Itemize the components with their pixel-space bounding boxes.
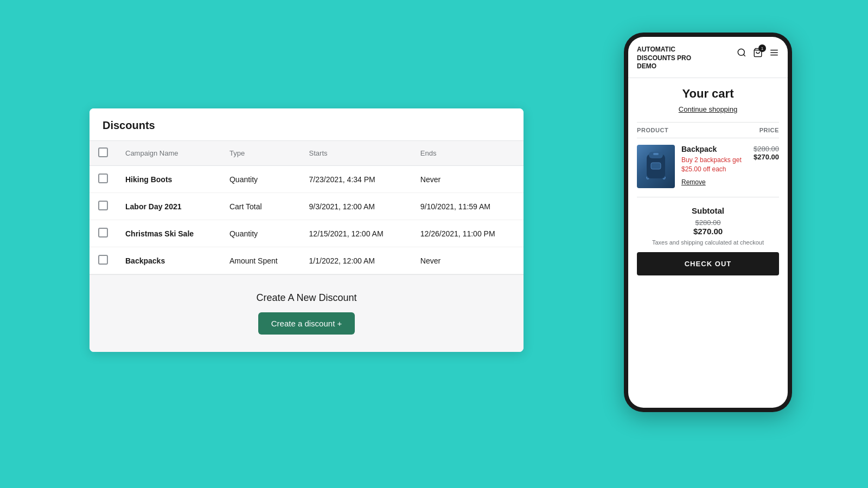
row-checkbox-cell <box>90 247 117 274</box>
table-row[interactable]: Hiking Boots Quantity 7/23/2021, 4:34 PM… <box>90 166 524 193</box>
product-col-label: PRODUCT <box>637 127 668 133</box>
row-campaign-name: Backpacks <box>117 247 221 274</box>
cart-badge: 1 <box>758 44 766 52</box>
phone-header-icons: 1 <box>737 48 779 60</box>
cart-item: Backpack Buy 2 backpacks get $25.00 off … <box>637 145 779 197</box>
row-checkbox[interactable] <box>98 201 108 210</box>
search-icon[interactable] <box>737 48 746 60</box>
svg-point-0 <box>738 49 744 55</box>
row-checkbox[interactable] <box>98 228 108 237</box>
row-checkbox-cell <box>90 166 117 193</box>
table-row[interactable]: Backpacks Amount Spent 1/1/2022, 12:00 A… <box>90 247 524 274</box>
select-all-checkbox[interactable] <box>98 147 108 157</box>
row-starts: 1/1/2022, 12:00 AM <box>301 247 412 274</box>
col-starts: Starts <box>301 141 412 166</box>
product-image <box>637 145 675 188</box>
subtotal-original: $280.00 <box>637 219 779 227</box>
price-discounted: $270.00 <box>754 153 779 161</box>
cart-icon[interactable]: 1 <box>753 48 763 60</box>
remove-link[interactable]: Remove <box>681 178 706 186</box>
phone-header: AUTOMATIC DISCOUNTS PRO DEMO 1 <box>628 37 788 78</box>
row-campaign-name: Labor Day 2021 <box>117 193 221 220</box>
row-ends: Never <box>412 247 524 274</box>
cart-columns-header: PRODUCT PRICE <box>637 122 779 138</box>
row-starts: 12/15/2021, 12:00 AM <box>301 220 412 247</box>
taxes-note: Taxes and shipping calculated at checkou… <box>637 239 779 246</box>
row-ends: 9/10/2021, 11:59 AM <box>412 193 524 220</box>
subtotal-label: Subtotal <box>637 206 779 215</box>
row-type: Amount Spent <box>221 247 301 274</box>
row-checkbox-cell <box>90 193 117 220</box>
row-starts: 9/3/2021, 12:00 AM <box>301 193 412 220</box>
discounts-header: Discounts <box>90 108 524 140</box>
row-checkbox-cell <box>90 220 117 247</box>
table-row[interactable]: Labor Day 2021 Cart Total 9/3/2021, 12:0… <box>90 193 524 220</box>
price-col-label: PRICE <box>760 127 779 133</box>
continue-shopping-link[interactable]: Continue shopping <box>637 105 779 113</box>
row-type: Cart Total <box>221 193 301 220</box>
col-checkbox <box>90 141 117 166</box>
row-type: Quantity <box>221 220 301 247</box>
create-discount-section: Create A New Discount Create a discount … <box>90 274 524 352</box>
row-campaign-name: Christmas Ski Sale <box>117 220 221 247</box>
row-type: Quantity <box>221 166 301 193</box>
svg-rect-7 <box>651 163 661 169</box>
discounts-title: Discounts <box>103 119 510 132</box>
checkout-button[interactable]: CHECK OUT <box>637 252 779 275</box>
cart-content: Your cart Continue shopping PRODUCT PRIC… <box>628 78 788 408</box>
phone-brand-name: AUTOMATIC DISCOUNTS PRO DEMO <box>637 46 691 71</box>
row-checkbox[interactable] <box>98 174 108 183</box>
col-ends: Ends <box>412 141 524 166</box>
cart-title: Your cart <box>637 87 779 101</box>
menu-icon[interactable] <box>769 48 779 60</box>
row-starts: 7/23/2021, 4:34 PM <box>301 166 412 193</box>
discounts-panel: Discounts Campaign Name Type Starts Ends… <box>90 108 524 352</box>
table-row[interactable]: Christmas Ski Sale Quantity 12/15/2021, … <box>90 220 524 247</box>
price-original: $280.00 <box>754 145 779 153</box>
row-ends: Never <box>412 166 524 193</box>
create-discount-button[interactable]: Create a discount + <box>258 312 355 335</box>
phone-device: AUTOMATIC DISCOUNTS PRO DEMO 1 <box>624 33 792 412</box>
product-prices: $280.00 $270.00 <box>754 145 779 188</box>
row-campaign-name: Hiking Boots <box>117 166 221 193</box>
phone-screen: AUTOMATIC DISCOUNTS PRO DEMO 1 <box>628 37 788 408</box>
col-campaign-name: Campaign Name <box>117 141 221 166</box>
row-checkbox[interactable] <box>98 255 108 265</box>
discount-text: Buy 2 backpacks get $25.00 off each <box>681 156 747 174</box>
svg-rect-8 <box>653 153 659 155</box>
subtotal-section: Subtotal $280.00 $270.00 Taxes and shipp… <box>637 197 779 284</box>
create-discount-title: Create A New Discount <box>103 292 510 304</box>
subtotal-discounted: $270.00 <box>637 227 779 236</box>
product-details: Backpack Buy 2 backpacks get $25.00 off … <box>681 145 747 188</box>
col-type: Type <box>221 141 301 166</box>
discounts-table: Campaign Name Type Starts Ends Hiking Bo… <box>90 140 524 274</box>
product-name: Backpack <box>681 145 747 153</box>
row-ends: 12/26/2021, 11:00 PM <box>412 220 524 247</box>
